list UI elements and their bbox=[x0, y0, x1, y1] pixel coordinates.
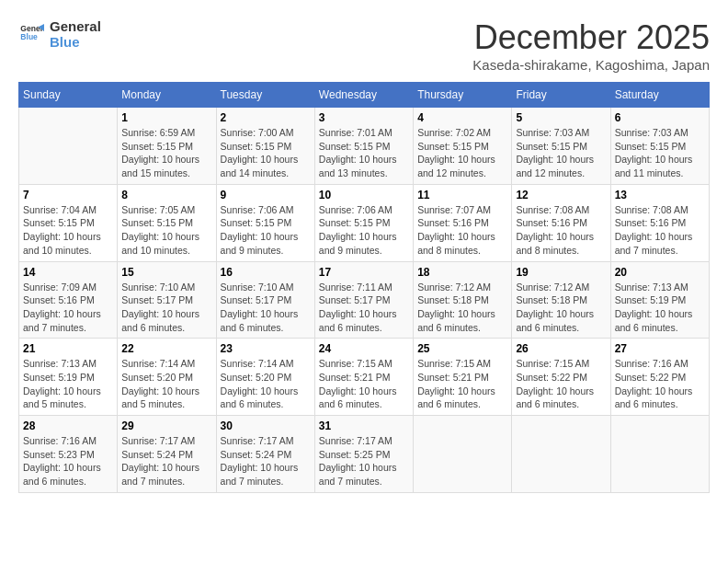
calendar-cell: 7Sunrise: 7:04 AMSunset: 5:15 PMDaylight… bbox=[19, 184, 118, 261]
weekday-header-wednesday: Wednesday bbox=[314, 83, 413, 108]
day-info: Sunrise: 7:06 AMSunset: 5:15 PMDaylight:… bbox=[319, 203, 409, 258]
day-number: 13 bbox=[615, 189, 705, 201]
calendar-cell: 4Sunrise: 7:02 AMSunset: 5:15 PMDaylight… bbox=[414, 108, 512, 185]
logo-line1: General bbox=[50, 18, 101, 34]
day-number: 1 bbox=[121, 111, 211, 124]
calendar-cell: 17Sunrise: 7:11 AMSunset: 5:17 PMDayligh… bbox=[314, 261, 413, 339]
calendar-cell: 21Sunrise: 7:13 AMSunset: 5:19 PMDayligh… bbox=[19, 339, 118, 416]
header-right: December 2025 Kaseda-shirakame, Kagoshim… bbox=[472, 18, 710, 73]
weekday-header-thursday: Thursday bbox=[414, 83, 512, 108]
calendar-cell: 12Sunrise: 7:08 AMSunset: 5:16 PMDayligh… bbox=[512, 184, 610, 261]
day-info: Sunrise: 7:14 AMSunset: 5:20 PMDaylight:… bbox=[221, 357, 311, 411]
weekday-header-friday: Friday bbox=[512, 83, 610, 108]
calendar-cell bbox=[512, 416, 610, 493]
day-number: 11 bbox=[417, 189, 507, 201]
weekday-header-row: SundayMondayTuesdayWednesdayThursdayFrid… bbox=[19, 83, 710, 108]
calendar-cell: 5Sunrise: 7:03 AMSunset: 5:15 PMDaylight… bbox=[512, 108, 610, 185]
day-number: 6 bbox=[615, 111, 705, 124]
calendar-cell: 20Sunrise: 7:13 AMSunset: 5:19 PMDayligh… bbox=[610, 261, 709, 339]
day-info: Sunrise: 7:14 AMSunset: 5:20 PMDaylight:… bbox=[121, 357, 211, 411]
day-number: 26 bbox=[516, 342, 606, 355]
day-info: Sunrise: 7:15 AMSunset: 5:21 PMDaylight:… bbox=[319, 357, 409, 411]
day-number: 15 bbox=[121, 266, 211, 279]
day-info: Sunrise: 7:01 AMSunset: 5:15 PMDaylight:… bbox=[319, 126, 409, 180]
calendar-cell: 8Sunrise: 7:05 AMSunset: 5:15 PMDaylight… bbox=[118, 184, 216, 261]
weekday-header-saturday: Saturday bbox=[610, 83, 709, 108]
day-info: Sunrise: 7:06 AMSunset: 5:15 PMDaylight:… bbox=[221, 203, 311, 258]
day-number: 14 bbox=[23, 266, 113, 279]
page-header: General Blue General Blue December 2025 … bbox=[18, 18, 710, 73]
calendar-week-row: 28Sunrise: 7:16 AMSunset: 5:23 PMDayligh… bbox=[19, 416, 710, 493]
day-info: Sunrise: 7:08 AMSunset: 5:16 PMDaylight:… bbox=[615, 203, 705, 258]
day-number: 27 bbox=[615, 342, 705, 355]
calendar-cell: 27Sunrise: 7:16 AMSunset: 5:22 PMDayligh… bbox=[610, 339, 709, 416]
day-number: 21 bbox=[23, 342, 113, 355]
calendar-cell bbox=[610, 416, 709, 493]
weekday-header-monday: Monday bbox=[118, 83, 216, 108]
day-number: 30 bbox=[221, 419, 311, 432]
calendar-cell: 24Sunrise: 7:15 AMSunset: 5:21 PMDayligh… bbox=[314, 339, 413, 416]
logo: General Blue General Blue bbox=[18, 18, 101, 50]
month-title: December 2025 bbox=[472, 18, 710, 57]
day-info: Sunrise: 7:16 AMSunset: 5:22 PMDaylight:… bbox=[615, 357, 705, 411]
day-number: 28 bbox=[23, 419, 113, 432]
day-info: Sunrise: 7:15 AMSunset: 5:21 PMDaylight:… bbox=[417, 357, 507, 411]
calendar-cell: 18Sunrise: 7:12 AMSunset: 5:18 PMDayligh… bbox=[414, 261, 512, 339]
day-number: 12 bbox=[516, 189, 606, 201]
calendar-cell: 25Sunrise: 7:15 AMSunset: 5:21 PMDayligh… bbox=[414, 339, 512, 416]
calendar-cell: 16Sunrise: 7:10 AMSunset: 5:17 PMDayligh… bbox=[216, 261, 314, 339]
logo-line2: Blue bbox=[50, 34, 101, 50]
day-number: 29 bbox=[121, 419, 211, 432]
day-number: 20 bbox=[615, 266, 705, 279]
day-info: Sunrise: 7:05 AMSunset: 5:15 PMDaylight:… bbox=[121, 203, 211, 258]
day-number: 31 bbox=[319, 419, 409, 432]
day-info: Sunrise: 7:00 AMSunset: 5:15 PMDaylight:… bbox=[221, 126, 311, 180]
calendar-cell bbox=[414, 416, 512, 493]
day-info: Sunrise: 7:12 AMSunset: 5:18 PMDaylight:… bbox=[516, 281, 606, 335]
day-info: Sunrise: 7:10 AMSunset: 5:17 PMDaylight:… bbox=[121, 281, 211, 335]
day-number: 5 bbox=[516, 111, 606, 124]
calendar-week-row: 21Sunrise: 7:13 AMSunset: 5:19 PMDayligh… bbox=[19, 339, 710, 416]
calendar-cell: 15Sunrise: 7:10 AMSunset: 5:17 PMDayligh… bbox=[118, 261, 216, 339]
day-info: Sunrise: 7:13 AMSunset: 5:19 PMDaylight:… bbox=[23, 357, 113, 411]
day-info: Sunrise: 7:16 AMSunset: 5:23 PMDaylight:… bbox=[23, 434, 113, 488]
calendar-cell: 28Sunrise: 7:16 AMSunset: 5:23 PMDayligh… bbox=[19, 416, 118, 493]
calendar-cell: 6Sunrise: 7:03 AMSunset: 5:15 PMDaylight… bbox=[610, 108, 709, 185]
day-info: Sunrise: 7:13 AMSunset: 5:19 PMDaylight:… bbox=[615, 281, 705, 335]
logo-icon: General Blue bbox=[18, 21, 44, 47]
weekday-header-tuesday: Tuesday bbox=[216, 83, 314, 108]
calendar-table: SundayMondayTuesdayWednesdayThursdayFrid… bbox=[18, 82, 710, 493]
day-number: 8 bbox=[121, 189, 211, 201]
day-info: Sunrise: 7:03 AMSunset: 5:15 PMDaylight:… bbox=[516, 126, 606, 180]
calendar-week-row: 7Sunrise: 7:04 AMSunset: 5:15 PMDaylight… bbox=[19, 184, 710, 261]
day-number: 10 bbox=[319, 189, 409, 201]
calendar-cell: 30Sunrise: 7:17 AMSunset: 5:24 PMDayligh… bbox=[216, 416, 314, 493]
calendar-cell: 26Sunrise: 7:15 AMSunset: 5:22 PMDayligh… bbox=[512, 339, 610, 416]
calendar-cell: 9Sunrise: 7:06 AMSunset: 5:15 PMDaylight… bbox=[216, 184, 314, 261]
calendar-cell: 13Sunrise: 7:08 AMSunset: 5:16 PMDayligh… bbox=[610, 184, 709, 261]
day-number: 9 bbox=[221, 189, 311, 201]
day-info: Sunrise: 7:07 AMSunset: 5:16 PMDaylight:… bbox=[417, 203, 507, 258]
calendar-week-row: 14Sunrise: 7:09 AMSunset: 5:16 PMDayligh… bbox=[19, 261, 710, 339]
calendar-cell: 11Sunrise: 7:07 AMSunset: 5:16 PMDayligh… bbox=[414, 184, 512, 261]
calendar-cell: 23Sunrise: 7:14 AMSunset: 5:20 PMDayligh… bbox=[216, 339, 314, 416]
day-info: Sunrise: 7:10 AMSunset: 5:17 PMDaylight:… bbox=[221, 281, 311, 335]
day-info: Sunrise: 7:08 AMSunset: 5:16 PMDaylight:… bbox=[516, 203, 606, 258]
calendar-cell bbox=[19, 108, 118, 185]
day-info: Sunrise: 7:17 AMSunset: 5:24 PMDaylight:… bbox=[221, 434, 311, 488]
calendar-cell: 22Sunrise: 7:14 AMSunset: 5:20 PMDayligh… bbox=[118, 339, 216, 416]
day-number: 22 bbox=[121, 342, 211, 355]
day-number: 19 bbox=[516, 266, 606, 279]
calendar-cell: 2Sunrise: 7:00 AMSunset: 5:15 PMDaylight… bbox=[216, 108, 314, 185]
day-number: 4 bbox=[417, 111, 507, 124]
location: Kaseda-shirakame, Kagoshima, Japan bbox=[472, 57, 710, 73]
day-number: 24 bbox=[319, 342, 409, 355]
svg-text:Blue: Blue bbox=[20, 32, 38, 41]
calendar-cell: 29Sunrise: 7:17 AMSunset: 5:24 PMDayligh… bbox=[118, 416, 216, 493]
day-number: 25 bbox=[417, 342, 507, 355]
calendar-cell: 1Sunrise: 6:59 AMSunset: 5:15 PMDaylight… bbox=[118, 108, 216, 185]
calendar-cell: 19Sunrise: 7:12 AMSunset: 5:18 PMDayligh… bbox=[512, 261, 610, 339]
weekday-header-sunday: Sunday bbox=[19, 83, 118, 108]
day-info: Sunrise: 7:12 AMSunset: 5:18 PMDaylight:… bbox=[417, 281, 507, 335]
calendar-cell: 10Sunrise: 7:06 AMSunset: 5:15 PMDayligh… bbox=[314, 184, 413, 261]
